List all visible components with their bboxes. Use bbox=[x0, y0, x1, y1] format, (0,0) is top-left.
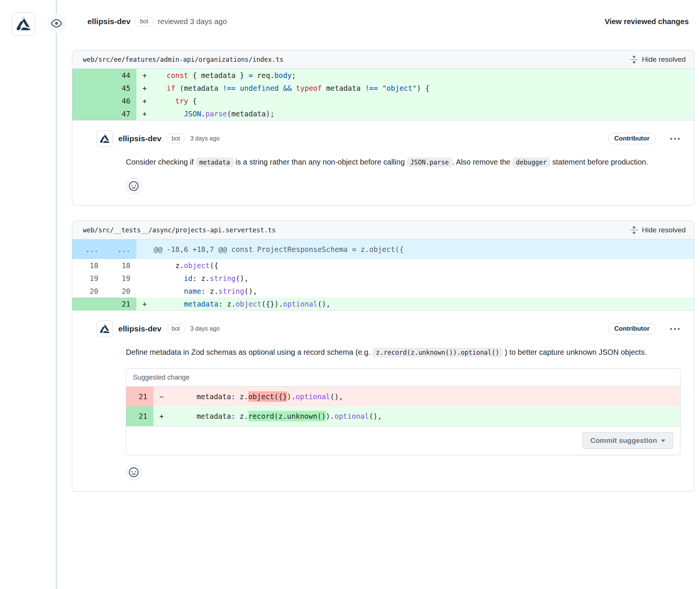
add-reaction-button[interactable] bbox=[126, 464, 142, 480]
hide-resolved-button[interactable]: Hide resolved bbox=[630, 55, 686, 64]
commit-suggestion-button[interactable]: Commit suggestion bbox=[582, 432, 673, 449]
inline-code: z.record(z.unknown()).optional() bbox=[373, 348, 503, 357]
smiley-icon bbox=[129, 467, 139, 477]
ellipsis-logo-icon bbox=[99, 323, 111, 335]
diff-row: 1818 z.object({ bbox=[72, 259, 694, 272]
diff-row: 45+ if (metadata !== undefined && typeof… bbox=[72, 82, 694, 95]
suggested-change-title: Suggested change bbox=[126, 369, 680, 387]
diff-row: 1919 id: z.string(), bbox=[72, 272, 694, 285]
contributor-badge: Contributor bbox=[608, 323, 656, 334]
bot-badge: bot bbox=[135, 17, 153, 26]
file-header: web/src/__tests__/async/projects-api.ser… bbox=[72, 221, 694, 240]
comment-author[interactable]: ellipsis-dev bbox=[118, 324, 161, 333]
diff-row: 21+ metadata: z.object({}).optional(), bbox=[72, 298, 694, 310]
kebab-menu-icon[interactable] bbox=[669, 136, 680, 142]
kebab-menu-icon[interactable] bbox=[669, 326, 680, 332]
hide-resolved-button[interactable]: Hide resolved bbox=[630, 226, 686, 234]
caret-down-icon bbox=[661, 439, 665, 442]
diff-row: 46+ try { bbox=[72, 95, 694, 107]
diff-row: 2020 name: z.string(), bbox=[72, 285, 694, 298]
comment-author[interactable]: ellipsis-dev bbox=[118, 134, 161, 143]
reviewer-name[interactable]: ellipsis-dev bbox=[87, 17, 130, 26]
suggestion-diff: 21− metadata: z.object({}).optional(),21… bbox=[126, 387, 680, 426]
diff-row: 44+ const { metadata } = req.body; bbox=[72, 69, 694, 82]
smiley-icon bbox=[129, 181, 139, 191]
review-thread-card: web/src/__tests__/async/projects-api.ser… bbox=[72, 221, 694, 492]
file-path-link[interactable]: web/src/ee/features/admin-api/organizati… bbox=[83, 56, 283, 63]
diff-row: 47+ JSON.parse(metadata); bbox=[72, 107, 694, 120]
file-path-link[interactable]: web/src/__tests__/async/projects-api.ser… bbox=[83, 226, 276, 234]
hide-resolved-label: Hide resolved bbox=[642, 55, 686, 64]
ellipsis-logo-icon bbox=[15, 15, 32, 33]
review-thread-card: web/src/ee/features/admin-api/organizati… bbox=[72, 50, 694, 206]
suggestion-diff-row: 21+ metadata: z.record(z.unknown()).opti… bbox=[126, 406, 680, 426]
view-reviewed-changes-button[interactable]: View reviewed changes bbox=[605, 17, 689, 26]
review-header: ellipsis-dev bot reviewed 3 days ago Vie… bbox=[87, 17, 689, 26]
add-reaction-button[interactable] bbox=[126, 178, 142, 194]
bot-badge: bot bbox=[167, 134, 185, 143]
bot-badge: bot bbox=[167, 324, 185, 334]
comment-body: Define metadata in Zod schemas as option… bbox=[126, 345, 680, 359]
hide-resolved-label: Hide resolved bbox=[642, 226, 686, 234]
contributor-badge: Contributor bbox=[608, 133, 656, 144]
comment-avatar[interactable] bbox=[96, 130, 113, 147]
ellipsis-logo-icon bbox=[99, 133, 111, 145]
inline-code: debugger bbox=[512, 157, 550, 167]
file-header: web/src/ee/features/admin-api/organizati… bbox=[72, 50, 694, 69]
comment-timestamp[interactable]: 3 days ago bbox=[190, 135, 220, 142]
fold-icon bbox=[630, 55, 638, 64]
inline-code: metadata bbox=[196, 157, 234, 167]
reviewer-avatar[interactable] bbox=[12, 12, 35, 36]
review-meta: reviewed 3 days ago bbox=[158, 17, 227, 26]
suggested-change-box: Suggested change 21− metadata: z.object(… bbox=[126, 368, 680, 455]
comment-avatar[interactable] bbox=[96, 320, 113, 337]
inline-code: JSON.parse bbox=[407, 157, 452, 167]
review-event-marker bbox=[47, 14, 66, 33]
comment-timestamp[interactable]: 3 days ago bbox=[190, 325, 220, 332]
suggestion-diff-row: 21− metadata: z.object({}).optional(), bbox=[126, 387, 680, 406]
review-comment: ellipsis-dev bot 3 days ago Contributor … bbox=[72, 121, 694, 205]
diff-table: 44+ const { metadata } = req.body;45+ if… bbox=[72, 69, 694, 121]
diff-row: ......@@ -18,6 +18,7 @@ const ProjectRes… bbox=[72, 240, 694, 259]
comment-body: Consider checking if metadata is a strin… bbox=[126, 155, 680, 169]
fold-icon bbox=[630, 226, 638, 234]
review-comment: ellipsis-dev bot 3 days ago Contributor … bbox=[72, 311, 694, 491]
diff-table: ......@@ -18,6 +18,7 @@ const ProjectRes… bbox=[72, 240, 694, 311]
eye-icon bbox=[51, 18, 62, 29]
